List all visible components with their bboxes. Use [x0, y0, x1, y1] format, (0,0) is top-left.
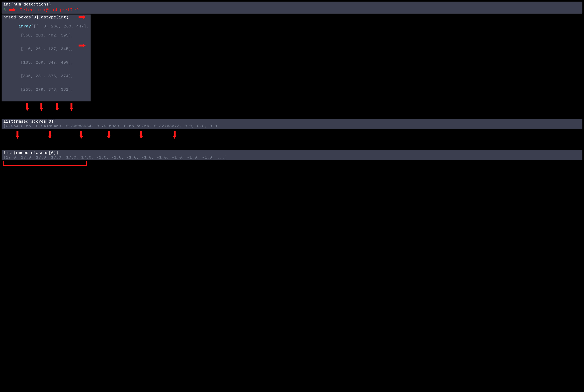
svg-marker-7: [16, 131, 20, 139]
array-prefix: array: [19, 24, 31, 29]
arrow-right-icon: [78, 14, 86, 20]
svg-marker-4: [40, 104, 43, 111]
svg-marker-9: [79, 131, 83, 139]
output-line: [17.0, 17.0, 17.0, 17.0, 17.0, 17.0, -1.…: [3, 155, 581, 160]
svg-marker-10: [107, 131, 111, 139]
code-line: list(nmsed_classes[0]): [3, 151, 581, 155]
svg-marker-12: [173, 131, 177, 139]
output-block: array([[ 0, 266, 260, 447], [358, 283, 4…: [3, 20, 89, 101]
output-line: [0.95410156, 0.94189453, 0.86083984, 0.7…: [3, 124, 581, 128]
arrow-down-icon: [79, 131, 84, 139]
svg-marker-5: [55, 104, 59, 111]
arrow-right-icon: [78, 43, 86, 48]
svg-marker-0: [9, 8, 16, 12]
code-line: nmsed_boxes[0].astype(int): [3, 15, 89, 20]
svg-marker-2: [79, 44, 86, 48]
code-cell-num-detections: int(num_detections) 6 Detection된 object개…: [2, 2, 582, 14]
code-line: int(num_detections): [3, 2, 581, 7]
arrow-down-icon: [48, 131, 52, 139]
code-cell-nmsed-classes: list(nmsed_classes[0]) [17.0, 17.0, 17.0…: [2, 150, 582, 160]
arrow-right-icon: [9, 8, 16, 12]
svg-marker-6: [70, 104, 74, 111]
arrow-down-icon: [139, 131, 143, 139]
arrow-down-icon: [15, 131, 20, 139]
svg-marker-8: [48, 131, 52, 139]
arrow-down-icon: [172, 131, 177, 139]
output-value: 6: [3, 8, 6, 12]
arrow-down-icon: [39, 103, 44, 111]
svg-marker-11: [139, 131, 143, 139]
arrow-row-scores: [2, 129, 582, 143]
svg-marker-3: [25, 104, 29, 111]
code-cell-nmsed-scores: list(nmsed_scores[0]) [0.95410156, 0.941…: [2, 119, 582, 129]
arrow-down-icon: [107, 131, 111, 139]
code-cell-nmsed-boxes: nmsed_boxes[0].astype(int) array([[ 0, 2…: [2, 14, 91, 102]
arrow-row-boxes: [2, 102, 582, 113]
output-row: 6 Detection된 object개수: [3, 7, 581, 13]
arrow-down-icon: [25, 103, 30, 111]
annotation-text: Detection된 object개수: [20, 7, 80, 13]
arrow-down-icon: [69, 103, 74, 111]
code-line: list(nmsed_scores[0]): [3, 119, 581, 124]
bracket-icon: [2, 161, 582, 168]
svg-marker-1: [79, 15, 86, 19]
arrow-down-icon: [55, 103, 59, 111]
